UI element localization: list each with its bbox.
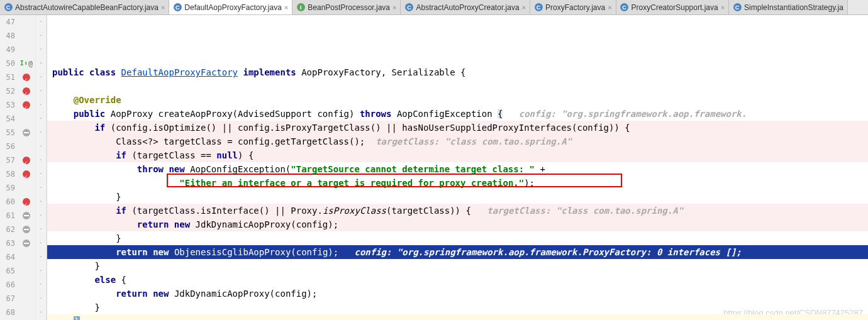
code-line[interactable]: } [47,190,868,204]
code-line[interactable] [47,79,868,93]
code-line[interactable]: if (config.isOptimize() || config.isProx… [47,121,868,135]
code-line[interactable]: else { [47,273,868,287]
interface-icon: I [296,3,305,12]
class-icon: C [173,3,182,12]
code-line[interactable]: } [47,259,868,273]
class-icon: C [620,3,629,12]
class-icon: C [534,3,543,12]
implements-gutter-icon[interactable]: I⬆ [20,57,28,70]
code-line[interactable]: } [47,314,868,320]
code-line[interactable]: public class DefaultAopProxyFactory impl… [47,65,868,79]
breakpoint-hit-icon[interactable] [23,74,30,81]
close-icon[interactable]: × [161,4,165,11]
tab-label: BeanPostProcessor.java [308,3,390,12]
class-icon: C [733,3,742,12]
muted-breakpoint-icon[interactable] [23,212,30,219]
close-icon[interactable]: × [608,4,611,11]
code-line[interactable]: return new JdkDynamicAopProxy(config); [47,218,868,231]
tab-beanpostprocessor[interactable]: I BeanPostProcessor.java × [292,0,401,14]
tab-abstractautowire[interactable]: C AbstractAutowireCapableBeanFactory.jav… [0,0,169,14]
code-line[interactable]: @Override [47,93,868,107]
code-editor[interactable]: 4748495051525354555657585960616263646566… [0,15,868,320]
code-line[interactable]: return new ObjenesisCglibAopProxy(config… [47,245,868,259]
fold-column[interactable]: ······················ [35,15,47,320]
tab-defaultaopproxyfactory[interactable]: C DefaultAopProxyFactory.java × [169,0,292,14]
breakpoint-hit-icon[interactable] [23,170,30,178]
code-line[interactable]: } [47,231,868,245]
muted-breakpoint-icon[interactable] [23,226,30,233]
tab-label: DefaultAopProxyFactory.java [184,3,282,12]
breakpoint-hit-icon[interactable] [23,87,30,95]
code-line[interactable]: throw new AopConfigException("TargetSour… [47,162,868,176]
code-line[interactable]: if (targetClass.isInterface() || Proxy.i… [47,204,868,218]
close-icon[interactable]: × [284,4,288,11]
code-line[interactable]: return new JdkDynamicAopProxy(config); [47,287,868,301]
tab-label: ProxyCreatorSupport.java [632,3,718,12]
muted-breakpoint-icon[interactable] [23,129,30,136]
breakpoint-hit-icon[interactable] [23,198,30,206]
tab-label: AbstractAutowireCapableBeanFactory.java [15,3,159,12]
gutter[interactable]: 4748495051525354555657585960616263646566… [0,15,47,320]
tab-proxycreatorsupport[interactable]: C ProxyCreatorSupport.java × [616,0,730,14]
code-line[interactable]: if (targetClass == null) { [47,148,868,162]
code-line[interactable]: } [47,301,868,314]
editor-tab-bar: C AbstractAutowireCapableBeanFactory.jav… [0,0,868,15]
tab-abstractautoproxycreator[interactable]: C AbstractAutoProxyCreator.java × [401,0,530,14]
tab-label: AbstractAutoProxyCreator.java [416,3,519,12]
code-area[interactable]: https://blog.csdn.net/CSDN877425287 publ… [47,15,868,320]
close-icon[interactable]: × [522,4,526,11]
close-icon[interactable]: × [392,4,396,11]
breakpoint-hit-icon[interactable] [23,157,30,164]
line-numbers: 4748495051525354555657585960616263646566… [0,15,18,320]
tab-simpleinstantiation[interactable]: C SimpleInstantiationStrategy.ja [729,0,848,14]
code-line[interactable]: "Either an interface or a target is requ… [47,176,868,190]
class-icon: C [404,3,413,12]
gutter-markers[interactable]: I⬆@ [18,15,35,320]
muted-breakpoint-icon[interactable] [23,240,30,247]
tab-label: ProxyFactory.java [545,3,605,12]
class-icon: C [4,3,13,12]
close-icon[interactable]: × [721,4,725,11]
tab-proxyfactory[interactable]: C ProxyFactory.java × [530,0,616,14]
code-line[interactable]: Class<?> targetClass = config.getTargetC… [47,135,868,148]
tab-label: SimpleInstantiationStrategy.ja [744,3,843,12]
code-line[interactable]: public AopProxy createAopProxy(AdvisedSu… [47,107,868,121]
breakpoint-hit-icon[interactable] [23,101,30,109]
